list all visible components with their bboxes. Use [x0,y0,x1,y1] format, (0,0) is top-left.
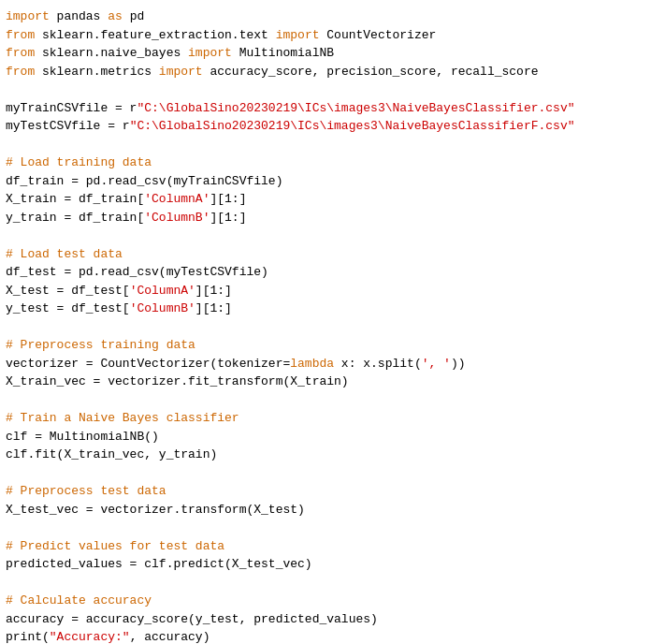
code-line [6,318,645,337]
code-line: from sklearn.metrics import accuracy_sco… [6,63,645,81]
code-token: print( [6,630,50,644]
code-token: pd [123,9,144,23]
code-line: y_train = df_train['ColumnB'][1:] [6,209,645,227]
code-token: "Accuracy:" [50,630,130,644]
code-token: X_train_vec = vectorizer.fit_transform(X… [6,374,349,388]
code-line [6,136,645,154]
code-line: X_test_vec = vectorizer.transform(X_test… [6,501,645,520]
code-token: accuracy = accuracy_score(y_test, predic… [6,612,378,626]
code-line: from sklearn.naive_bayes import Multinom… [6,44,645,63]
code-token: predicted_values = clf.predict(X_test_ve… [6,557,312,571]
code-line: # Preprocess test data [6,482,645,501]
code-token: # Load test data [6,247,123,261]
code-line: # Calculate accuracy [6,592,645,610]
code-token: clf.fit(X_train_vec, y_train) [6,447,217,461]
code-token: from [6,65,35,79]
code-token: vectorizer = CountVectorizer(tokenizer= [6,357,290,371]
code-line: import pandas as pd [6,7,645,26]
code-line [6,574,645,593]
code-token: ][1:] [210,211,246,225]
code-token: "C:\GlobalSino20230219\ICs\images3\Naive… [130,119,575,133]
code-token: accuracy_score, precision_score, recall_… [203,65,539,79]
code-token: "C:\GlobalSino20230219\ICs\images3\Naive… [137,101,574,115]
code-token: sklearn.feature_extraction.text [35,28,275,42]
code-token: ][1:] [195,284,232,298]
code-line: accuracy = accuracy_score(y_test, predic… [6,610,645,629]
code-token: import [188,46,232,60]
code-token: clf = MultinomialNB() [6,430,159,444]
code-token: 'ColumnA' [144,192,210,206]
code-token: pandas [50,9,108,23]
code-token: , accuracy) [130,630,210,644]
code-token: X_test_vec = vectorizer.transform(X_test… [6,503,305,517]
code-line: myTestCSVfile = r"C:\GlobalSino20230219\… [6,117,645,136]
code-token: y_train = df_train[ [6,211,144,225]
code-line: # Preprocess training data [6,336,645,355]
code-token: X_test = df_test[ [6,284,130,298]
code-token: # Predict values for test data [6,539,224,553]
code-token: # Load training data [6,155,152,169]
code-line: X_test = df_test['ColumnA'][1:] [6,282,645,300]
code-line [6,227,645,245]
code-line: vectorizer = CountVectorizer(tokenizer=l… [6,355,645,373]
code-token: df_test = pd.read_csv(myTestCSVfile) [6,265,268,279]
code-token: myTestCSVfile = r [6,119,130,133]
code-token: sklearn.naive_bayes [35,46,188,60]
code-token: 'ColumnB' [130,301,195,315]
code-token: df_train = pd.read_csv(myTrainCSVfile) [6,174,282,188]
code-token: lambda [290,357,334,371]
code-line: predicted_values = clf.predict(X_test_ve… [6,555,645,574]
code-line: df_test = pd.read_csv(myTestCSVfile) [6,263,645,282]
code-token: myTrainCSVfile = r [6,101,137,115]
code-token: 'ColumnB' [144,211,210,225]
code-token: from [6,28,35,42]
code-editor: import pandas as pd from sklearn.feature… [6,7,645,644]
code-token: X_train = df_train[ [6,192,144,206]
code-token: MultinomialNB [232,46,334,60]
code-token: ][1:] [210,192,246,206]
code-line: clf = MultinomialNB() [6,428,645,446]
code-line: from sklearn.feature_extraction.text imp… [6,26,645,45]
code-line [6,80,645,99]
code-token: CountVectorizer [319,28,436,42]
code-line: # Load test data [6,245,645,264]
code-line: # Predict values for test data [6,537,645,556]
code-line [6,519,645,537]
code-token: x: x.split( [334,357,422,371]
code-token: # Preprocess test data [6,484,166,498]
code-line: print("Accuracy:", accuracy) [6,628,645,644]
code-token: from [6,46,35,60]
code-token: 'ColumnA' [130,284,195,298]
code-token: # Preprocess training data [6,338,195,352]
code-token: ', ' [422,357,451,371]
code-token: )) [451,357,466,371]
code-line: y_test = df_test['ColumnB'][1:] [6,300,645,318]
code-line [6,391,645,410]
code-token: sklearn.metrics [35,65,159,79]
code-line: myTrainCSVfile = r"C:\GlobalSino20230219… [6,99,645,118]
code-token: import [6,9,50,23]
code-token: as [108,9,123,23]
code-line: X_train_vec = vectorizer.fit_transform(X… [6,373,645,391]
code-token: y_test = df_test[ [6,301,130,315]
code-line: X_train = df_train['ColumnA'][1:] [6,190,645,209]
code-line: df_train = pd.read_csv(myTrainCSVfile) [6,172,645,191]
code-token: ][1:] [195,301,232,315]
code-token: # Calculate accuracy [6,593,152,607]
code-line: # Load training data [6,154,645,172]
code-line: # Train a Naive Bayes classifier [6,409,645,428]
code-line [6,464,645,483]
code-token: # Train a Naive Bayes classifier [6,411,239,425]
code-token: import [276,28,320,42]
code-line: clf.fit(X_train_vec, y_train) [6,446,645,464]
code-token: import [159,65,203,79]
